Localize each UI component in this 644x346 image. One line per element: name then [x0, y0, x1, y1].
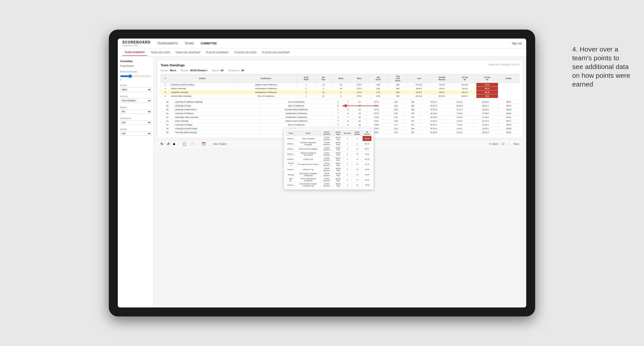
subnav-team-h2h-heatmap[interactable]: TEAM H2H HEATMAP [173, 49, 202, 56]
subnav-player-summary[interactable]: PLAYER SUMMARY [204, 49, 231, 56]
nav-items: TOURNAMENTS TEAMS COMMITTEE [157, 39, 508, 48]
cell-low: 260 [404, 100, 421, 104]
hover-row: Univers... Williams Cup NCAA Division I … [286, 167, 372, 172]
cell-points[interactable]: 88.54 [498, 123, 519, 127]
annotation-container: 4. Hover over a team's points to see add… [572, 45, 630, 89]
table-row[interactable]: 23 Duke University Atlantic Coast Confer… [161, 119, 519, 123]
subnav-team-h2h-grid[interactable]: TEAM H2H GRID [148, 49, 172, 56]
hover-cell: 78.30 [362, 182, 372, 187]
cell-vs25: 9-14-0 [446, 131, 472, 135]
annotation-text: 4. Hover over a team's points to see add… [572, 45, 630, 89]
col-no-tour: NoTour [315, 74, 332, 83]
table-row[interactable]: 21 University of Alabama Southeastern Co… [161, 112, 519, 115]
cell-no-tour: 7 [343, 104, 353, 108]
cell-low: 272 [404, 112, 421, 115]
division-select[interactable]: NCAA Division I [120, 98, 151, 103]
conference-select[interactable]: (All) [120, 120, 151, 125]
cell-points[interactable]: 89.34 [498, 131, 519, 135]
cell-points[interactable]: 78.5 [476, 94, 498, 98]
table-row[interactable]: 2 Auburn University Southeastern Confere… [161, 87, 519, 91]
logo-area: SCOREBOARD Powered by clippi [122, 40, 150, 47]
cell-school: Auburn University [170, 87, 235, 91]
cell-points[interactable]: 88.48 [498, 112, 519, 115]
cell-overall: 86-4-0 [408, 87, 430, 91]
col-rank: # [161, 74, 170, 83]
cell-overall: 73-21-1 [421, 100, 446, 104]
hover-cell: NCAA Division I [321, 167, 333, 172]
toolbar-redo[interactable]: ↺ [167, 142, 170, 146]
hover-row: Florida I... The Cypress Point Classic N… [286, 162, 372, 167]
cell-no-tour: 9 [315, 87, 332, 91]
cell-wins: 275.5 [350, 94, 368, 98]
main-content: Committee Portal Review Minimum Rounds 3… [118, 56, 526, 308]
sign-out-button[interactable]: Sign out [508, 42, 522, 45]
hover-cell: 2023 Sahalee Players Championship [296, 182, 320, 187]
view-original-button[interactable]: View: Original [213, 143, 227, 145]
hover-row: Univers... Cabo Collegiate NCAA Division… [286, 136, 372, 141]
subnav-team-summary[interactable]: TEAM SUMMARY [122, 49, 147, 56]
cell-overall: 42-20-0 [421, 112, 446, 115]
cell-points[interactable]: 83.89 [498, 127, 519, 131]
cell-points[interactable]: 97.02 [476, 83, 498, 87]
cell-points[interactable]: 88.49 [498, 108, 519, 112]
hover-cell-points: 118.61 [362, 136, 372, 141]
hover-row: Univers... 2023 Sahalee Players Champion… [286, 182, 372, 187]
table-row[interactable]: 18 University of California, Berkeley Pa… [161, 100, 519, 104]
toolbar-paste[interactable]: 📄 [190, 142, 194, 146]
cell-points[interactable]: 83.81 [498, 115, 519, 119]
hover-cell: Stroke Play [333, 136, 343, 141]
share-button[interactable]: Share [514, 143, 520, 145]
cell-points[interactable]: 90.20 [476, 91, 498, 94]
hover-cell: 84.97 [362, 146, 372, 152]
sidebar-section-region: Region N/A [120, 106, 151, 114]
cell-rank: 24 [161, 123, 174, 127]
table-row[interactable]: 19 University of Texas Big 12 Conference… [161, 104, 519, 108]
toolbar-stop[interactable]: ■ [173, 142, 175, 146]
region-select[interactable]: N/A [120, 109, 151, 114]
grid-button[interactable]: ⋮ [508, 143, 510, 145]
comment-button[interactable]: 💬 [502, 143, 504, 145]
table-row[interactable]: 4 Arizona State University Pac-12 Confer… [161, 94, 519, 98]
school-select[interactable]: (All) [120, 131, 151, 136]
sidebar-section-division: Division NCAA Division I [120, 95, 151, 103]
hover-cell: Ben Hogan Collegiate Invitational [296, 172, 320, 177]
toolbar-clock[interactable]: ⏰ [202, 142, 206, 146]
toolbar-undo[interactable]: ↻ [160, 142, 163, 146]
cell-school: University of North Carolina [170, 83, 235, 87]
nav-tournaments[interactable]: TOURNAMENTS [157, 39, 178, 48]
hover-cell: 41.01 [362, 177, 372, 182]
table-row[interactable]: 1 University of North Carolina Atlantic … [161, 83, 519, 87]
hover-cell: Amer Ari Intercollegiate [296, 146, 320, 152]
sidebar: Committee Portal Review Minimum Rounds 3… [118, 56, 154, 308]
cell-points[interactable]: 93.31 [476, 87, 498, 91]
nav-teams[interactable]: TEAMS [185, 39, 194, 48]
cell-rank: 21 [161, 112, 174, 115]
cell-no-tour: 21 [315, 94, 332, 98]
toolbar-copy[interactable]: 📋 [182, 142, 187, 146]
minrounds-slider[interactable] [120, 74, 151, 78]
nav-committee[interactable]: COMMITTEE [200, 39, 217, 48]
filter-conference: Conference: All [228, 69, 244, 72]
col-wins: Wins [350, 74, 368, 83]
table-row[interactable]: 3 Vanderbilt University Southeastern Con… [161, 91, 519, 94]
cell-points[interactable]: 88.70 [498, 104, 519, 108]
cell-vs50: 25-19-0 [472, 100, 498, 104]
subnav-player-h2h-grid[interactable]: PLAYER H2H GRID [232, 49, 259, 56]
cell-avg: 1.45 [387, 112, 404, 115]
gender-select[interactable]: Men's [120, 87, 151, 92]
col-school: School [170, 74, 235, 83]
subnav-player-h2h-heatmap[interactable]: PLAYER H2H HEATMAP [260, 49, 292, 56]
logo-text: SCOREBOARD [122, 40, 150, 44]
cell-points[interactable]: 88.71 [498, 119, 519, 123]
col-adj-score: AdjScore [368, 74, 388, 83]
hover-cell: 3 [343, 152, 352, 157]
table-row[interactable]: 20 University of New Mexico Mountain Wes… [161, 108, 519, 112]
table-row[interactable]: 24 University of Oregon Pac-12 Conferenc… [161, 123, 519, 127]
cell-points[interactable]: 88.07 [498, 100, 519, 104]
report-update: Update time: 13/03/2024 10:03:42 [489, 63, 519, 66]
region-label: Region [120, 106, 151, 108]
hover-cell: 2 [343, 157, 352, 162]
watch-button[interactable]: 👁 Watch [489, 143, 498, 145]
hover-cell: Stroke Play [333, 167, 343, 172]
table-row[interactable]: 22 Mississippi State University Southeas… [161, 115, 519, 119]
